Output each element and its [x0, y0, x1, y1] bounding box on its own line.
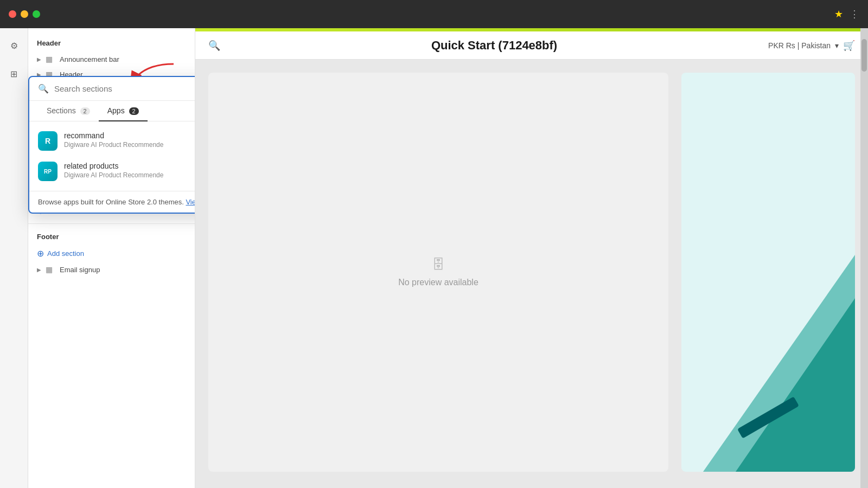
search-sections-input[interactable]: [54, 84, 195, 93]
minimize-button[interactable]: [21, 10, 28, 18]
announcement-bar-item[interactable]: ▶ ▦ Announcement bar: [28, 52, 195, 67]
no-preview-panel: 🗄 No preview available: [208, 73, 668, 472]
blocks-icon[interactable]: ⊞: [5, 65, 23, 82]
sections-tab[interactable]: Sections 2: [38, 101, 99, 121]
preview-scrollbar[interactable]: [860, 28, 868, 488]
more-options-icon[interactable]: ⋮: [850, 8, 859, 20]
related-products-desc: Digiware AI Product Recommende: [64, 171, 195, 179]
main-layout: ⚙ ⊞ Header ▶ ▦ Announcement bar ▶ ▦ Head…: [0, 28, 868, 488]
related-products-app-item[interactable]: RP related products Digiware AI Product …: [29, 156, 195, 187]
star-icon[interactable]: ★: [834, 8, 843, 20]
maximize-button[interactable]: [33, 10, 40, 18]
divider-2: [28, 223, 195, 224]
related-products-info: related products Digiware AI Product Rec…: [64, 162, 195, 179]
add-circle-icon-3: ⊕: [37, 248, 44, 259]
search-tabs: Sections 2 Apps 2: [29, 101, 195, 121]
sidebar-icon-strip: ⚙ ⊞: [0, 28, 28, 488]
recommand-app-icon: R: [38, 131, 58, 151]
titlebar-actions: ★ ⋮: [834, 8, 859, 20]
email-icon: ▦: [46, 265, 55, 274]
settings-icon[interactable]: ⚙: [5, 37, 23, 54]
announcement-icon: ▦: [46, 55, 55, 63]
scrollbar-thumb[interactable]: [861, 39, 867, 72]
search-icon: 🔍: [38, 84, 49, 94]
apps-tab[interactable]: Apps 2: [99, 101, 148, 121]
preview-area: 🔍 Quick Start (7124e8bf) PKR Rs | Pakist…: [195, 28, 868, 488]
footer-group: Footer ⊕ Add section ▶ ▦ Email signup: [28, 228, 195, 277]
view-apps-link[interactable]: View apps: [186, 198, 195, 206]
footer-group-label: Footer: [28, 228, 195, 245]
header-group-label: Header: [28, 35, 195, 52]
recommand-app-name: recommand: [64, 131, 195, 140]
teal-decorative-shape: [703, 255, 855, 472]
titlebar: ★ ⋮: [0, 0, 868, 28]
apps-footer: Browse apps built for Online Store 2.0 t…: [29, 191, 195, 213]
sections-count-badge: 2: [80, 107, 90, 115]
sidebar: ⚙ ⊞ Header ▶ ▦ Announcement bar ▶ ▦ Head…: [0, 28, 195, 488]
preview-page-title: Quick Start (7124e8bf): [431, 38, 557, 53]
window-controls: [9, 10, 40, 18]
search-popup: 🔍 Sections 2 Apps 2 R: [28, 76, 195, 214]
preview-topbar: 🔍 Quick Start (7124e8bf) PKR Rs | Pakist…: [195, 31, 868, 60]
close-button[interactable]: [9, 10, 16, 18]
cart-icon[interactable]: 🛒: [843, 40, 855, 52]
currency-text: PKR Rs | Pakistan: [768, 41, 831, 50]
no-preview-icon: 🗄: [432, 257, 445, 272]
apps-list: R recommand Digiware AI Product Recommen…: [29, 121, 195, 191]
preview-image-panel: [681, 73, 855, 472]
svg-marker-3: [736, 298, 855, 472]
preview-body: 🗄 No preview available: [195, 60, 868, 485]
email-signup-item[interactable]: ▶ ▦ Email signup: [28, 262, 195, 277]
recommand-app-item[interactable]: R recommand Digiware AI Product Recommen…: [29, 126, 195, 156]
footer-add-section-button[interactable]: ⊕ Add section: [28, 245, 195, 262]
related-products-name: related products: [64, 162, 195, 170]
search-input-row: 🔍: [29, 77, 195, 101]
no-preview-text: No preview available: [398, 278, 478, 287]
collapse-arrow-3: ▶: [37, 267, 41, 273]
preview-search-icon[interactable]: 🔍: [208, 40, 220, 52]
recommand-app-desc: Digiware AI Product Recommende: [64, 141, 195, 149]
chevron-down-icon[interactable]: ▾: [835, 41, 839, 50]
recommand-app-info: recommand Digiware AI Product Recommende: [64, 131, 195, 149]
preview-currency-region: PKR Rs | Pakistan ▾ 🛒: [768, 40, 855, 52]
apps-count-badge: 2: [129, 107, 139, 115]
related-products-icon: RP: [38, 162, 58, 181]
collapse-arrow: ▶: [37, 56, 41, 62]
